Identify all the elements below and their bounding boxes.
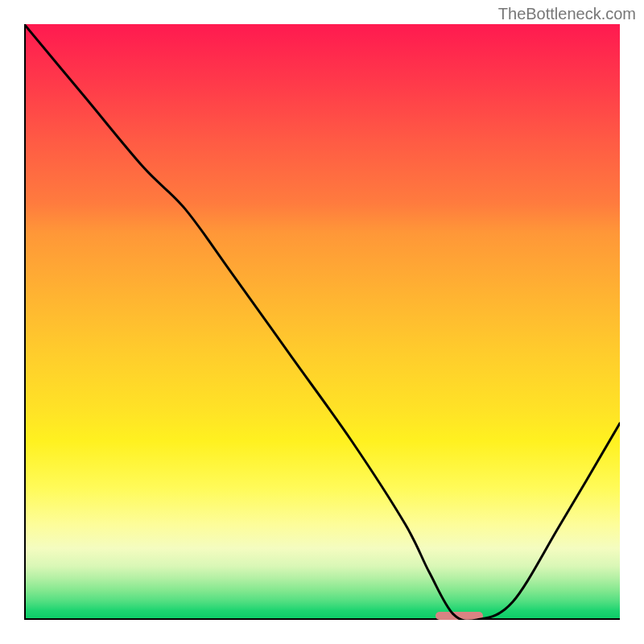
watermark-text: TheBottleneck.com — [498, 5, 636, 23]
bottleneck-chart: TheBottleneck.com — [0, 0, 644, 644]
curve-plot — [24, 24, 620, 620]
bottleneck-curve — [24, 24, 620, 620]
